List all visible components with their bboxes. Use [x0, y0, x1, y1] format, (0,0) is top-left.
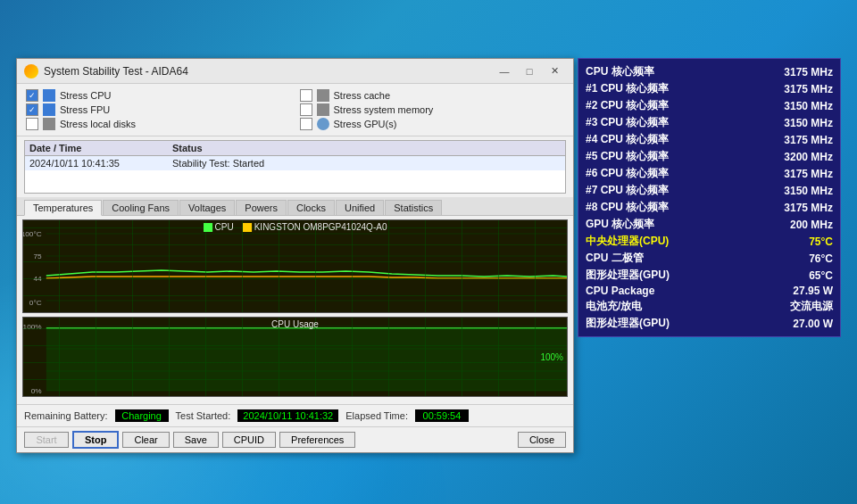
info-row: #7 CPU 核心频率3150 MHz — [586, 182, 833, 199]
info-key: #5 CPU 核心频率 — [586, 149, 669, 164]
stress-cache-option[interactable]: Stress cache — [300, 89, 565, 102]
temp-chart-legend: CPU KINGSTON OM8PGP41024Q-A0 — [204, 222, 387, 232]
stress-local-disks-checkbox[interactable] — [26, 118, 38, 130]
info-val: 3175 MHz — [784, 83, 833, 95]
info-row: #1 CPU 核心频率3175 MHz — [586, 80, 833, 97]
info-key: CPU Package — [586, 285, 654, 297]
stress-cpu-icon — [43, 89, 55, 102]
info-key: 中央处理器(CPU) — [586, 234, 669, 249]
stop-button[interactable]: Stop — [72, 431, 119, 449]
kingston-legend-label: KINGSTON OM8PGP41024Q-A0 — [254, 222, 387, 232]
remaining-battery-label: Remaining Battery: — [24, 410, 108, 421]
elapsed-time-value: 00:59:54 — [415, 409, 469, 422]
stress-local-disks-icon — [43, 118, 55, 130]
info-key: CPU 核心频率 — [586, 64, 654, 79]
info-key: #2 CPU 核心频率 — [586, 98, 669, 113]
titlebar: System Stability Test - AIDA64 — □ ✕ — [17, 59, 573, 84]
info-key: 图形处理器(GPU) — [586, 316, 670, 331]
minimize-button[interactable]: — — [493, 63, 516, 79]
stress-fpu-label: Stress FPU — [60, 104, 110, 115]
usage-chart-title: CPU Usage — [271, 319, 319, 329]
temperature-chart: CPU KINGSTON OM8PGP41024Q-A0 100°C 75 44… — [22, 219, 568, 313]
stress-options-panel: Stress CPU Stress cache Stress FPU Stres… — [17, 84, 573, 136]
stress-cpu-option[interactable]: Stress CPU — [26, 89, 291, 102]
info-row: CPU 核心频率3175 MHz — [586, 63, 833, 80]
info-key: #7 CPU 核心频率 — [586, 183, 669, 198]
stress-fpu-checkbox[interactable] — [26, 103, 38, 116]
cpu-legend-dot — [204, 223, 212, 232]
cpu-legend: CPU — [204, 222, 234, 232]
cpuid-button[interactable]: CPUID — [222, 432, 276, 448]
info-val: 3150 MHz — [784, 117, 833, 129]
start-button[interactable]: Start — [24, 432, 69, 448]
info-val: 3175 MHz — [784, 134, 833, 146]
svg-text:75: 75 — [33, 252, 42, 260]
cpu-usage-chart: CPU Usage 100% 100% 0% — [22, 317, 568, 397]
info-key: 电池充/放电 — [586, 299, 642, 314]
stress-fpu-option[interactable]: Stress FPU — [26, 103, 291, 116]
tabs-bar: Temperatures Cooling Fans Voltages Power… — [17, 197, 573, 215]
log-header-status: Status — [172, 143, 561, 153]
stress-gpus-option[interactable]: Stress GPU(s) — [300, 118, 565, 130]
preferences-button[interactable]: Preferences — [279, 432, 355, 448]
stress-fpu-icon — [43, 103, 55, 116]
log-datetime: 2024/10/11 10:41:35 — [29, 158, 172, 169]
tab-statistics[interactable]: Statistics — [385, 200, 442, 215]
info-row: #6 CPU 核心频率3175 MHz — [586, 165, 833, 182]
info-key: #8 CPU 核心频率 — [586, 200, 669, 215]
stress-system-memory-checkbox[interactable] — [300, 103, 312, 116]
info-key: CPU 二极管 — [586, 251, 644, 266]
window-controls: — □ ✕ — [493, 63, 566, 79]
stress-system-memory-label: Stress system memory — [334, 104, 434, 115]
close-window-button[interactable]: ✕ — [543, 63, 566, 79]
info-val: 3200 MHz — [784, 151, 833, 163]
test-started-label: Test Started: — [176, 410, 231, 421]
log-status: Stability Test: Started — [172, 158, 561, 169]
info-row: 中央处理器(CPU)75°C — [586, 233, 833, 250]
info-val: 200 MHz — [790, 219, 833, 231]
bottom-info-bar: Remaining Battery: Charging Test Started… — [17, 404, 573, 426]
svg-text:0°C: 0°C — [29, 299, 42, 307]
app-icon — [24, 64, 38, 78]
main-window: System Stability Test - AIDA64 — □ ✕ Str… — [16, 58, 574, 453]
stress-system-memory-option[interactable]: Stress system memory — [300, 103, 565, 116]
save-button[interactable]: Save — [173, 432, 219, 448]
svg-text:100%: 100% — [23, 323, 42, 331]
tab-powers[interactable]: Powers — [236, 200, 287, 215]
tab-clocks[interactable]: Clocks — [287, 200, 335, 215]
tab-unified[interactable]: Unified — [336, 200, 384, 215]
svg-text:0%: 0% — [31, 387, 42, 395]
info-row: #5 CPU 核心频率3200 MHz — [586, 148, 833, 165]
close-button[interactable]: Close — [518, 432, 566, 448]
clear-button[interactable]: Clear — [122, 432, 169, 448]
stress-cpu-checkbox[interactable] — [26, 89, 38, 102]
tab-voltages[interactable]: Voltages — [179, 200, 235, 215]
info-val: 27.00 W — [793, 318, 833, 330]
stress-local-disks-option[interactable]: Stress local disks — [26, 118, 291, 130]
temp-chart-svg: 100°C 75 44 0°C — [23, 220, 567, 313]
info-key: GPU 核心频率 — [586, 217, 654, 232]
stress-gpus-checkbox[interactable] — [300, 118, 312, 130]
info-val: 3150 MHz — [784, 100, 833, 112]
info-val: 27.95 W — [793, 285, 833, 297]
action-bar: Start Stop Clear Save CPUID Preferences … — [17, 426, 573, 452]
elapsed-time-label: Elapsed Time: — [345, 410, 408, 421]
info-val: 交流电源 — [790, 299, 833, 314]
stress-cache-label: Stress cache — [334, 90, 391, 101]
info-row: #8 CPU 核心频率3175 MHz — [586, 199, 833, 216]
stress-cache-checkbox[interactable] — [300, 89, 312, 102]
info-row: GPU 核心频率200 MHz — [586, 216, 833, 233]
info-row: CPU 二极管76°C — [586, 250, 833, 267]
tab-cooling-fans[interactable]: Cooling Fans — [103, 200, 179, 215]
tab-temperatures[interactable]: Temperatures — [24, 200, 102, 216]
stress-local-disks-label: Stress local disks — [60, 119, 136, 129]
tabs-content: CPU KINGSTON OM8PGP41024Q-A0 100°C 75 44… — [17, 215, 573, 404]
stress-gpus-icon — [317, 118, 329, 130]
cpu-legend-label: CPU — [215, 222, 234, 232]
info-key: 图形处理器(GPU) — [586, 268, 670, 283]
kingston-legend: KINGSTON OM8PGP41024Q-A0 — [243, 222, 387, 232]
maximize-button[interactable]: □ — [518, 63, 541, 79]
info-row: #4 CPU 核心频率3175 MHz — [586, 131, 833, 148]
kingston-legend-dot — [243, 223, 252, 232]
stress-system-memory-icon — [317, 103, 329, 116]
